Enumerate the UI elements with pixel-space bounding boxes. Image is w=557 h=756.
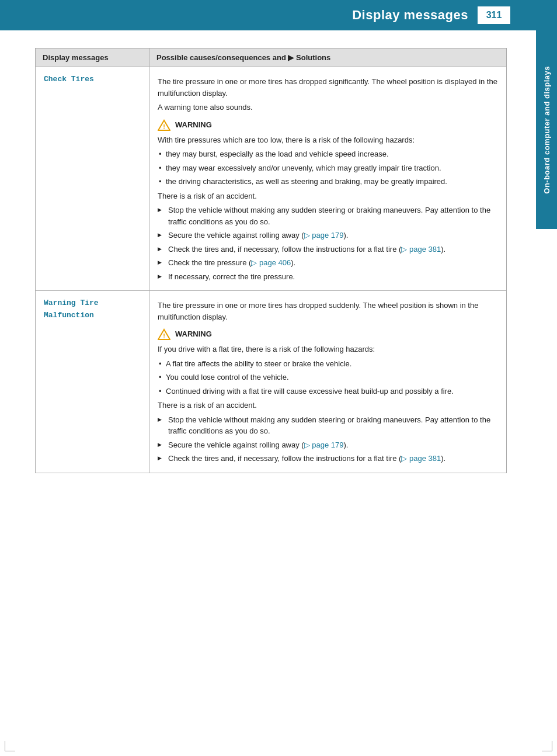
- arrow-item: If necessary, correct the tire pressure.: [158, 271, 498, 283]
- arrow-item: Check the tires and, if necessary, follo…: [158, 244, 498, 255]
- content-check-tires: The tire pressure in one or more tires h…: [149, 67, 507, 291]
- check-tires-intro: The tire pressure in one or more tires h…: [158, 76, 498, 99]
- header-title: Display messages: [352, 8, 468, 23]
- warning-label-2: WARNING: [175, 328, 212, 340]
- warning-label-1: WARNING: [175, 119, 212, 131]
- bullet-item: Continued driving with a flat tire will …: [158, 386, 498, 397]
- arrow-item: Check the tire pressure (▷ page 406).: [158, 257, 498, 269]
- bullet-item: they may burst, especially as the load a…: [158, 148, 498, 160]
- arrow-item: Stop the vehicle without making any sudd…: [158, 204, 498, 227]
- col-header-solutions: Possible causes/consequences and ▶ Solut…: [149, 48, 507, 67]
- col-header-messages: Display messages: [36, 48, 149, 67]
- check-tires-label: Check Tires: [44, 75, 94, 84]
- warning-tire-label: Warning TireMalfunction: [44, 299, 99, 320]
- check-tires-arrows: Stop the vehicle without making any sudd…: [158, 204, 498, 282]
- check-tires-risk: There is a risk of an accident.: [158, 190, 498, 202]
- check-tires-intro2: A warning tone also sounds.: [158, 102, 498, 113]
- bullet-item: the driving characteristics, as well as …: [158, 176, 498, 188]
- arrow-item: Secure the vehicle against rolling away …: [158, 230, 498, 241]
- warning-tire-warning-text: If you drive with a flat tire, there is …: [158, 344, 498, 355]
- warning-tire-bullets: A flat tire affects the ability to steer…: [158, 358, 498, 397]
- svg-text:!: !: [163, 123, 165, 130]
- warning-block-2: ! WARNING: [158, 328, 498, 340]
- svg-text:!: !: [163, 332, 165, 339]
- message-label-check-tires: Check Tires: [36, 67, 149, 291]
- bullet-item: A flat tire affects the ability to steer…: [158, 358, 498, 370]
- arrow-item: Check the tires and, if necessary, follo…: [158, 453, 498, 464]
- side-tab: On-board computer and displays: [536, 30, 557, 229]
- warning-triangle-icon-1: !: [158, 119, 170, 131]
- corner-br: [542, 741, 552, 751]
- arrow-item: Secure the vehicle against rolling away …: [158, 439, 498, 451]
- warning-tire-arrows: Stop the vehicle without making any sudd…: [158, 414, 498, 464]
- table-row-check-tires: Check Tires The tire pressure in one or …: [36, 67, 507, 291]
- arrow-item: Stop the vehicle without making any sudd…: [158, 414, 498, 437]
- warning-triangle-icon-2: !: [158, 328, 170, 340]
- check-tires-bullets: they may burst, especially as the load a…: [158, 148, 498, 188]
- check-tires-warning-text: With tire pressures which are too low, t…: [158, 134, 498, 146]
- header-bar: Display messages 311: [0, 0, 557, 30]
- table-header-row: Display messages Possible causes/consequ…: [36, 48, 507, 67]
- page-number: 311: [478, 6, 510, 24]
- table-row-warning-tire: Warning TireMalfunction The tire pressur…: [36, 291, 507, 473]
- warning-tire-intro: The tire pressure in one or more tires h…: [158, 300, 498, 322]
- warning-tire-risk: There is a risk of an accident.: [158, 400, 498, 411]
- warning-block-1: ! WARNING: [158, 119, 498, 131]
- message-label-warning-tire: Warning TireMalfunction: [36, 291, 149, 473]
- bullet-item: You could lose control of the vehicle.: [158, 372, 498, 383]
- content-warning-tire: The tire pressure in one or more tires h…: [149, 291, 507, 473]
- side-tab-label: On-board computer and displays: [542, 66, 551, 194]
- bullet-item: they may wear excessively and/or unevenl…: [158, 162, 498, 174]
- corner-bl: [5, 741, 15, 751]
- main-content: Display messages Possible causes/consequ…: [0, 30, 536, 485]
- main-table: Display messages Possible causes/consequ…: [35, 48, 507, 473]
